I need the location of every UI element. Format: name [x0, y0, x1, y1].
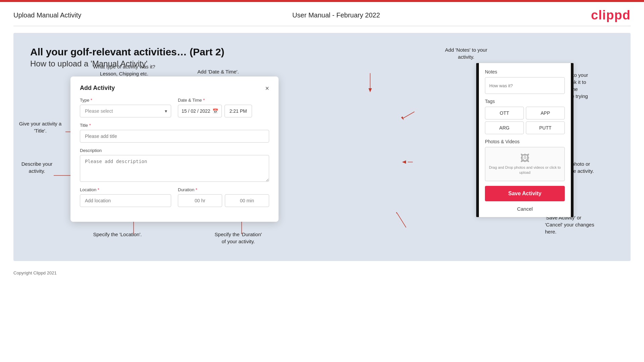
annotation-location: Specify the 'Location'.: [79, 231, 156, 238]
svg-marker-17: [402, 160, 406, 164]
location-label: Location *: [80, 187, 171, 192]
description-label: Description: [80, 148, 269, 153]
tags-grid: OTT APP ARG PUTT: [485, 107, 565, 134]
header: Upload Manual Activity User Manual - Feb…: [0, 2, 644, 26]
datetime-required: *: [202, 98, 205, 103]
manual-subtitle: User Manual - February 2022: [292, 11, 380, 19]
duration-field-group: Duration *: [178, 187, 269, 207]
svg-marker-13: [368, 88, 372, 92]
type-field-group: Type * Please select ▾: [80, 98, 171, 117]
tag-ott[interactable]: OTT: [485, 107, 524, 119]
type-required: *: [89, 98, 92, 103]
title-input[interactable]: [80, 130, 269, 143]
annotation-notes: Add 'Notes' to youractivity.: [429, 46, 503, 60]
photos-label: Photos & Videos: [485, 139, 565, 144]
duration-inputs: [178, 194, 269, 207]
annotation-description: Describe youractivity.: [13, 160, 60, 174]
upload-icon: 🖼: [489, 153, 561, 164]
annotation-duration: Specify the 'Duration'of your activity.: [195, 231, 282, 245]
svg-line-14: [403, 112, 414, 118]
save-activity-button[interactable]: Save Activity: [485, 186, 565, 201]
photos-upload-area[interactable]: 🖼 Drag and Drop photos and videos or cli…: [485, 147, 565, 181]
svg-marker-19: [396, 212, 399, 215]
location-input[interactable]: [80, 194, 171, 207]
phone-panel: Notes Tags OTT APP ARG PUTT Photos & Vid…: [476, 63, 574, 217]
duration-label: Duration *: [178, 187, 269, 192]
tag-putt[interactable]: PUTT: [526, 121, 565, 134]
calendar-icon: 📅: [212, 108, 218, 114]
description-field-group: Description: [80, 148, 269, 182]
date-value: 15 / 02 / 2022: [182, 108, 210, 114]
type-select-wrapper: Please select ▾: [80, 105, 171, 117]
location-required: *: [96, 187, 99, 192]
type-label: Type *: [80, 98, 171, 103]
upload-text: Drag and Drop photos and videos or click…: [489, 165, 561, 175]
copyright-text: Copyright Clippd 2021: [13, 270, 57, 275]
time-value: 2:21 PM: [230, 108, 247, 114]
annotation-type: What type of activity was it?Lesson, Chi…: [86, 63, 163, 77]
cancel-link[interactable]: Cancel: [485, 206, 565, 212]
main-content: All your golf-relevant activities… (Part…: [13, 33, 631, 261]
duration-min-input[interactable]: [225, 194, 269, 207]
time-input[interactable]: 2:21 PM: [225, 105, 252, 117]
svg-line-18: [398, 214, 406, 227]
form-row-type-datetime: Type * Please select ▾ Date & Time * 15 …: [80, 98, 269, 117]
modal-header: Add Activity ×: [80, 85, 269, 92]
notes-input[interactable]: [485, 77, 565, 94]
tag-arg[interactable]: ARG: [485, 121, 524, 134]
description-textarea[interactable]: [80, 155, 269, 182]
page-title: Upload Manual Activity: [13, 11, 81, 19]
date-time-group: 15 / 02 / 2022 📅 2:21 PM: [178, 105, 269, 117]
add-activity-modal: Add Activity × Type * Please select ▾ Da…: [70, 76, 279, 222]
duration-hr-input[interactable]: [178, 194, 222, 207]
tags-label: Tags: [485, 99, 565, 104]
title-field-group: Title *: [80, 123, 269, 143]
annotation-title: Give your activity a'Title'.: [13, 120, 67, 134]
title-required: *: [88, 123, 91, 128]
annotation-datetime: Add 'Date & Time'.: [185, 68, 252, 75]
date-input[interactable]: 15 / 02 / 2022 📅: [178, 105, 222, 117]
datetime-field-group: Date & Time * 15 / 02 / 2022 📅 2:21 PM: [178, 98, 269, 117]
main-heading: All your golf-relevant activities… (Part…: [30, 46, 614, 58]
clippd-logo: clippd: [591, 8, 631, 22]
header-divider: [13, 26, 631, 26]
svg-marker-15: [401, 116, 404, 120]
annotation-save: 'Save Activity' or'Cancel' your changesh…: [545, 214, 626, 235]
location-field-group: Location *: [80, 187, 171, 207]
datetime-label: Date & Time *: [178, 98, 269, 103]
modal-close-button[interactable]: ×: [265, 85, 269, 92]
tag-app[interactable]: APP: [526, 107, 565, 119]
modal-title: Add Activity: [80, 85, 115, 92]
duration-required: *: [194, 187, 197, 192]
type-select[interactable]: Please select: [80, 105, 171, 117]
title-label: Title *: [80, 123, 269, 128]
form-row-location-duration: Location * Duration *: [80, 187, 269, 207]
notes-label: Notes: [485, 69, 565, 74]
footer: Copyright Clippd 2021: [0, 268, 644, 278]
